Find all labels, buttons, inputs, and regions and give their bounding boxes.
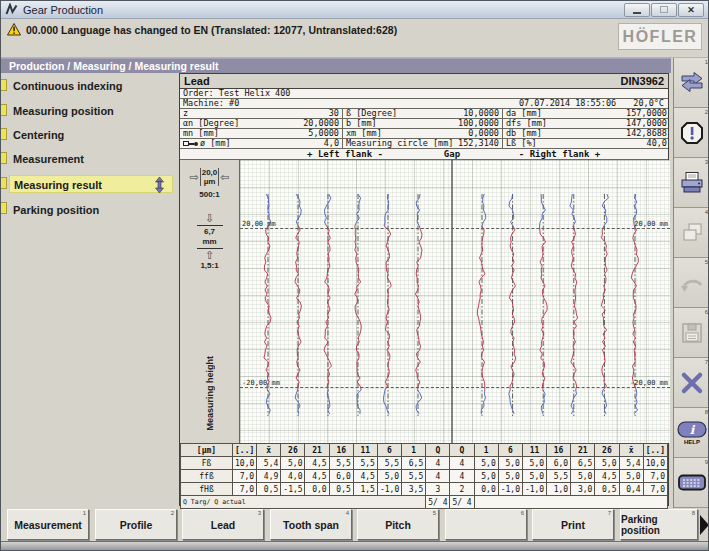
sidebar-item-measuring-position[interactable]: Measuring position xyxy=(9,102,173,120)
right-flank-header: - Right flank + xyxy=(482,149,637,160)
parking-position-button[interactable]: Parking position8 xyxy=(620,509,698,540)
results-value-cell: 0,5 xyxy=(595,483,619,496)
tooth-span-button[interactable]: Tooth span4 xyxy=(270,509,352,540)
button-number: 5 xyxy=(705,259,708,265)
results-value-cell: 5,5 xyxy=(402,470,426,483)
results-value-cell: 2 xyxy=(450,483,474,496)
sidebar-item-measuring-result[interactable]: Measuring result xyxy=(9,175,173,193)
printer-icon xyxy=(679,171,705,195)
sidebar-item-measurement[interactable]: Measurement xyxy=(9,150,173,168)
swap-arrows-icon xyxy=(679,72,705,94)
results-section: [µm][..]x̄2621161161QQ1611162126x̄[..]Fß… xyxy=(180,443,668,507)
status-bar xyxy=(1,541,708,551)
results-value-cell: 5,5 xyxy=(329,457,353,470)
lead-button[interactable]: Lead3 xyxy=(182,509,264,540)
param-value: 0,0000 xyxy=(468,129,499,138)
sidebar-item-parking-position[interactable]: Parking position xyxy=(9,201,173,219)
undo-button[interactable]: 5 xyxy=(674,258,709,308)
print-bottom-button[interactable]: Print7 xyxy=(532,509,614,540)
results-value-cell: 4,0 xyxy=(281,470,305,483)
button-label: Profile xyxy=(120,519,153,531)
save-icon xyxy=(681,322,703,344)
results-value-cell: 3,5 xyxy=(402,483,426,496)
stop-button[interactable]: 2 xyxy=(674,108,709,158)
upper-ref-line: 20,00 mm 20,00 mm xyxy=(240,228,670,229)
results-value-cell: -1,0 xyxy=(522,483,546,496)
results-header-cell: Q xyxy=(426,444,450,457)
results-value-cell: 6,5 xyxy=(402,457,426,470)
blank-button[interactable]: 6 xyxy=(445,509,527,540)
sidebar-item-label: Measuring result xyxy=(14,179,102,191)
param-row: mn [mm]5,0000 xm [mm]0,0000 db [mm]142,8… xyxy=(180,129,668,139)
param-value: 4,0 xyxy=(324,139,339,148)
sidebar-edge-mark xyxy=(1,104,7,116)
results-value-cell: 4,5 xyxy=(353,470,377,483)
button-number: 8 xyxy=(692,510,695,516)
close-button[interactable]: ✕ xyxy=(678,3,704,17)
param-value: 20,0000 xyxy=(303,119,339,128)
standard-badge: DIN3962 xyxy=(621,75,664,87)
help-button[interactable]: 8 i HELP xyxy=(674,408,709,458)
mm-scale: ⇩ 6,7 mm ⇧ 1,5:1 xyxy=(180,213,239,271)
probe-label: ø [mm] xyxy=(183,139,231,148)
minimize-button[interactable] xyxy=(624,3,650,17)
results-header-cell: 1 xyxy=(402,444,426,457)
keyboard-button[interactable]: 9 xyxy=(674,458,709,508)
lead-chart: ⇨ 20,0 µm ⇦ 500:1 ⇩ 6,7 mm ⇧ 1,5:1 Measu… xyxy=(180,160,668,443)
results-header-cell: 11 xyxy=(353,444,377,457)
button-number: 5 xyxy=(433,510,436,516)
mm-value: 6,7 xyxy=(180,227,239,237)
results-value-cell: 4,5 xyxy=(595,470,619,483)
lead-traces-svg xyxy=(240,160,670,443)
results-value-cell: -1,0 xyxy=(377,483,401,496)
copy-button[interactable]: 4 xyxy=(674,208,709,258)
results-value-cell: -1,5 xyxy=(281,483,305,496)
results-header-cell: 21 xyxy=(305,444,329,457)
param-label: xm [mm] xyxy=(346,129,382,138)
message-bar: 00.000 Language has changed to EN (Trans… xyxy=(1,19,708,58)
sidebar-edge-mark xyxy=(1,128,7,140)
param-row: ø [mm] 4,0 Measuring circle [mm]152,3140… xyxy=(180,139,668,149)
mm-ratio: 1,5:1 xyxy=(180,261,239,271)
print-button[interactable]: 3 xyxy=(674,158,709,208)
cancel-button[interactable]: 7 xyxy=(674,358,709,408)
param-label: ß [Degree] xyxy=(346,109,397,118)
results-header-cell: 11 xyxy=(522,444,546,457)
param-label: dfs [mm] xyxy=(506,119,547,128)
profile-button[interactable]: Profile2 xyxy=(95,509,177,540)
results-value-cell: -1,0 xyxy=(498,483,522,496)
results-value-cell: 4 xyxy=(426,470,450,483)
results-header-cell: [..] xyxy=(233,444,257,457)
results-value-cell: 5,0 xyxy=(474,457,498,470)
results-value-cell: 5,0 xyxy=(377,470,401,483)
results-value-cell: 6,0 xyxy=(547,457,571,470)
button-number: 4 xyxy=(705,209,708,215)
param-label: db [mm] xyxy=(506,129,542,138)
results-value-cell: 5,0 xyxy=(522,457,546,470)
sidebar-item-centering[interactable]: Centering xyxy=(9,126,173,144)
more-buttons-arrow[interactable] xyxy=(700,515,709,535)
title-bar: Gear Production ✕ xyxy=(1,1,708,19)
results-value-cell: 5,0 xyxy=(498,457,522,470)
param-value: 152,3140 xyxy=(458,139,499,148)
results-value-cell: 5,0 xyxy=(474,470,498,483)
param-value: 142,8688 xyxy=(626,129,667,138)
q-value-left: 5/ 4 xyxy=(426,496,450,509)
transfer-button[interactable]: 1 xyxy=(674,58,709,108)
results-value-cell: 4 xyxy=(450,457,474,470)
maximize-button[interactable] xyxy=(651,3,677,17)
q-target-actual-label: Q Targ/ Q actual xyxy=(181,496,426,509)
side-button-column: 1 2 3 4 xyxy=(673,58,709,508)
results-value-cell: 1,5 xyxy=(353,483,377,496)
pitch-button[interactable]: Pitch5 xyxy=(357,509,439,540)
measurement-button[interactable]: Measurement1 xyxy=(7,509,89,540)
results-header-cell: [µm] xyxy=(181,444,233,457)
button-label: Parking position xyxy=(621,514,697,536)
param-label: Measuring circle [mm] xyxy=(346,139,453,148)
save-button[interactable]: 6 xyxy=(674,308,709,358)
results-header-cell: 16 xyxy=(329,444,353,457)
sidebar-item-continuous-indexing[interactable]: Continuous indexing xyxy=(9,77,173,95)
lower-ref-line: -20,00 mm -20,00 mm xyxy=(240,387,670,388)
datetime: 07.07.2014 18:55:06 xyxy=(519,98,616,108)
ref-label: 20,00 mm xyxy=(634,220,668,228)
